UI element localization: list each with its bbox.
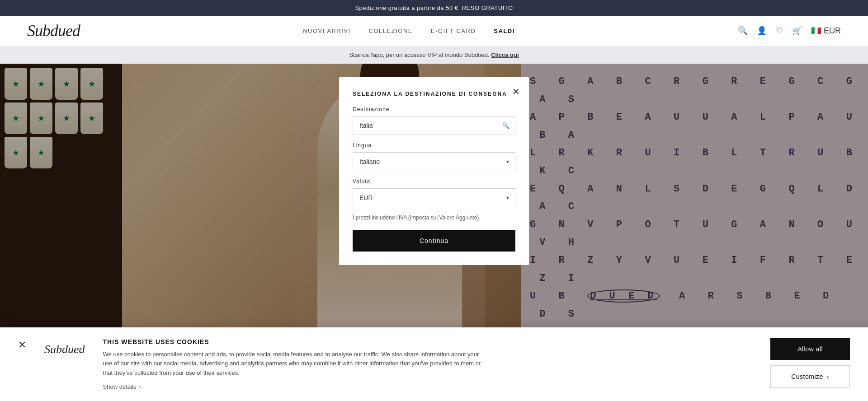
flag-icon: 🇮🇹 <box>811 26 821 36</box>
cookie-title: THIS WEBSITE USES COOKIES <box>103 338 753 345</box>
show-details-label: Show details <box>103 383 137 390</box>
logo[interactable]: Subdued <box>27 21 80 40</box>
language-select-wrap: Italiano English Français Deutsch Españo… <box>353 152 515 171</box>
user-icon[interactable]: 👤 <box>757 26 767 36</box>
allow-all-button[interactable]: Allow all <box>770 338 850 360</box>
destination-input[interactable] <box>353 116 515 135</box>
destination-field-wrap: 🔍 <box>353 116 515 135</box>
cookie-close-button[interactable]: ✕ <box>18 339 26 351</box>
cart-icon[interactable]: 🛒 <box>792 26 802 36</box>
main-nav: NUOVI ARRIVI COLLEZIONE E-GIFT CARD SALD… <box>303 28 515 34</box>
cookie-actions: Allow all Customize › <box>770 338 850 388</box>
language-label: Lingua <box>353 142 515 149</box>
currency-select[interactable]: EUR USD GBP <box>353 188 515 207</box>
cookie-banner: ✕ Subdued THIS WEBSITE USES COOKIES We u… <box>0 327 868 401</box>
currency-select-wrap: EUR USD GBP ▾ <box>353 188 515 207</box>
currency-label: EUR <box>824 26 841 36</box>
nav-collezione[interactable]: COLLEZIONE <box>369 28 413 34</box>
vat-note: I prezzi includono l'IVA (Imposta sul Va… <box>353 214 515 221</box>
customize-button[interactable]: Customize › <box>770 365 850 388</box>
wishlist-icon[interactable]: ♡ <box>776 26 783 36</box>
top-banner-text: Spedizione gratuita a partire da 50 €. R… <box>355 5 513 11</box>
destination-label: Destinazione <box>353 106 515 112</box>
nav-nuovi-arrivi[interactable]: NUOVI ARRIVI <box>303 28 350 34</box>
sub-banner: Scarica l'app, per un accesso VIP al mon… <box>0 46 868 64</box>
language-select[interactable]: Italiano English Français Deutsch Españo… <box>353 152 515 171</box>
search-icon[interactable]: 🔍 <box>738 26 748 36</box>
modal-title: SELEZIONA LA DESTINAZIONE DI CONSEGNA <box>353 91 515 97</box>
nav-saldi[interactable]: SALDI <box>494 28 515 34</box>
delivery-modal: SELEZIONA LA DESTINAZIONE DI CONSEGNA ✕ … <box>339 77 529 265</box>
currency-selector[interactable]: 🇮🇹 EUR <box>811 26 841 36</box>
cookie-content: THIS WEBSITE USES COOKIES We use cookies… <box>103 338 753 390</box>
modal-overlay: SELEZIONA LA DESTINAZIONE DI CONSEGNA ✕ … <box>0 64 868 371</box>
modal-close-button[interactable]: ✕ <box>512 86 520 97</box>
continue-button[interactable]: Continua <box>353 230 515 252</box>
search-icon: 🔍 <box>502 122 510 129</box>
header-icons: 🔍 👤 ♡ 🛒 🇮🇹 EUR <box>738 26 841 36</box>
customize-label: Customize <box>791 373 823 380</box>
cookie-text: We use cookies to personalise content an… <box>103 350 483 378</box>
sub-banner-text: Scarica l'app, per un accesso VIP al mon… <box>349 51 489 58</box>
destination-search-button[interactable]: 🔍 <box>502 122 510 129</box>
cookie-logo: Subdued <box>44 343 85 356</box>
currency-select-label: Valuta <box>353 178 515 185</box>
top-banner: Spedizione gratuita a partire da 50 €. R… <box>0 0 868 16</box>
hero-section: S G A B C R G R E G C G A S A P B E A U … <box>0 64 868 371</box>
customize-chevron-icon: › <box>827 373 829 380</box>
show-details-link[interactable]: Show details › <box>103 383 753 390</box>
sub-banner-link[interactable]: Clicca qui <box>491 51 519 58</box>
header: Subdued NUOVI ARRIVI COLLEZIONE E-GIFT C… <box>0 16 868 46</box>
nav-egift[interactable]: E-GIFT CARD <box>431 28 476 34</box>
show-details-chevron-icon: › <box>139 383 141 390</box>
